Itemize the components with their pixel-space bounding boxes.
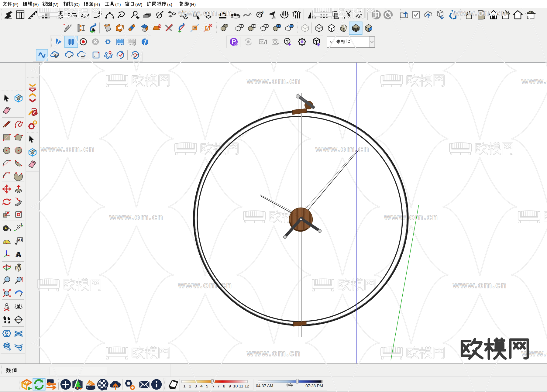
svg-text:A: A — [16, 250, 21, 259]
svg-text:11: 11 — [239, 384, 243, 388]
svg-text:7: 7 — [217, 384, 220, 388]
svg-text:C: C — [19, 317, 21, 319]
svg-text:2: 2 — [189, 384, 191, 388]
svg-text:(F): (F) — [13, 2, 19, 7]
svg-text:(x): (x) — [167, 2, 172, 7]
svg-text:3: 3 — [20, 223, 22, 226]
svg-text:?: ? — [143, 39, 146, 44]
svg-text:8: 8 — [223, 384, 225, 388]
svg-text:A1: A1 — [18, 238, 22, 242]
svg-text:07:28 PM: 07:28 PM — [305, 383, 323, 388]
svg-text:(R): (R) — [94, 2, 100, 7]
svg-text:5: 5 — [206, 384, 208, 388]
svg-text:3: 3 — [195, 384, 197, 388]
svg-text:10: 10 — [233, 384, 238, 388]
svg-text:(W): (W) — [135, 2, 142, 7]
svg-text:9: 9 — [229, 384, 231, 388]
svg-text:04:37 AM: 04:37 AM — [256, 383, 273, 388]
svg-text:(C): (C) — [74, 2, 80, 7]
svg-text:4: 4 — [200, 384, 203, 388]
svg-text:A: A — [16, 320, 17, 322]
svg-text:(V): (V) — [53, 2, 58, 7]
svg-text:3: 3 — [262, 10, 263, 14]
svg-text:(E): (E) — [33, 2, 39, 7]
svg-text:1: 1 — [183, 384, 186, 388]
svg-text:12: 12 — [245, 384, 249, 388]
svg-text:6: 6 — [212, 384, 214, 388]
svg-text:(T): (T) — [115, 2, 121, 7]
svg-text:(H): (H) — [190, 2, 196, 7]
